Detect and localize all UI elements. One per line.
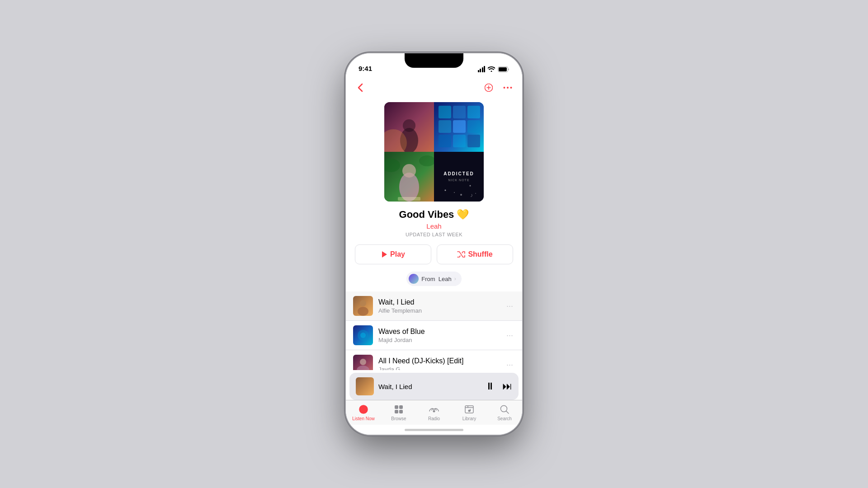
tab-bar: Listen Now Browse [346,400,522,425]
status-icons [478,66,510,72]
shuffle-button[interactable]: Shuffle [437,244,513,264]
svg-point-29 [445,190,446,191]
playlist-updated: UPDATED LAST WEEK [355,232,513,237]
track-name: All I Need (DJ-Kicks) [Edit] [378,357,499,365]
play-label: Play [390,250,405,258]
svg-rect-52 [465,406,473,413]
artwork-cell-1 [384,102,434,152]
svg-rect-17 [439,135,451,147]
track-thumbnail [353,296,373,316]
top-actions [481,80,515,95]
pause-button[interactable]: ⏸ [485,380,495,392]
back-button[interactable] [353,80,368,95]
tab-listen-now[interactable]: Listen Now [346,404,381,425]
home-bar [405,429,463,431]
track-item[interactable]: Wait, I Lied Alfie Templeman ··· [346,291,522,321]
track-info: All I Need (DJ-Kicks) [Edit] Jayda G [378,357,499,371]
track-artist: Majid Jordan [378,337,499,343]
content-area[interactable]: ADDICTED NICK NOTE ♪ [346,76,522,370]
library-icon [463,404,476,415]
track-thumbnail [353,325,373,345]
track-more-button[interactable]: ··· [505,300,515,313]
svg-point-37 [358,307,368,316]
svg-rect-11 [439,106,451,118]
add-button[interactable] [481,80,496,95]
svg-text:NICK NOTE: NICK NOTE [448,178,469,182]
playlist-info: Good Vibes 💛 Leah UPDATED LAST WEEK [346,209,522,244]
top-nav [346,76,522,99]
track-thumbnail [353,355,373,370]
svg-rect-50 [399,410,403,413]
mini-player-controls: ⏸ ⏭ [485,380,512,392]
tab-library[interactable]: Library [452,404,487,425]
play-button[interactable]: Play [355,244,431,264]
more-button[interactable] [500,80,515,95]
svg-rect-47 [395,405,398,409]
svg-rect-14 [439,120,451,133]
playlist-author[interactable]: Leah [355,222,513,230]
phone-frame: 9:41 [346,53,522,435]
search-icon [498,404,511,415]
svg-rect-49 [395,410,398,413]
svg-point-32 [475,193,476,194]
svg-point-51 [433,410,435,413]
from-author-name: Leah [439,276,452,282]
artwork-cell-3 [384,152,434,202]
svg-point-3 [504,87,505,89]
play-controls: Play Shuffle [346,244,522,272]
tab-search[interactable]: Search [487,404,522,425]
playlist-artwork: ADDICTED NICK NOTE ♪ [384,102,484,202]
mini-player-thumbnail [356,377,374,395]
svg-text:♪: ♪ [470,192,473,198]
svg-rect-26 [434,152,484,202]
svg-point-22 [402,164,416,178]
svg-point-4 [507,87,509,89]
svg-point-30 [454,192,455,193]
svg-point-31 [470,185,471,187]
track-item[interactable]: Waves of Blue Majid Jordan ··· [346,321,522,350]
track-more-button[interactable]: ··· [505,358,515,371]
svg-point-45 [362,408,365,411]
svg-point-42 [360,359,366,365]
svg-rect-15 [453,120,466,133]
tab-radio[interactable]: Radio [416,404,452,425]
svg-rect-19 [467,135,480,147]
artwork-container: ADDICTED NICK NOTE ♪ [346,99,522,209]
author-avatar [409,274,419,284]
from-label: From [421,276,435,282]
notch [405,53,463,68]
status-bar: 9:41 [346,53,522,76]
artwork-cell-2 [434,102,484,152]
track-info: Wait, I Lied Alfie Templeman [378,298,499,314]
artwork-cell-4: ADDICTED NICK NOTE ♪ [434,152,484,202]
home-indicator [346,425,522,435]
track-item[interactable]: All I Need (DJ-Kicks) [Edit] Jayda G ··· [346,350,522,370]
track-more-button[interactable]: ··· [505,329,515,342]
svg-point-46 [363,406,364,407]
tab-browse[interactable]: Browse [381,404,416,425]
svg-rect-1 [499,67,507,71]
svg-point-40 [360,333,366,338]
from-author-section: From Leah › [346,272,522,291]
track-artist: Jayda G [378,366,499,371]
shuffle-label: Shuffle [468,250,492,258]
tab-search-label: Search [497,416,512,421]
tab-library-label: Library [462,416,476,421]
svg-rect-18 [453,135,466,147]
tab-listen-now-label: Listen Now [352,416,374,421]
signal-bars [478,66,486,72]
from-author-chip[interactable]: From Leah › [406,272,462,286]
track-list: Wait, I Lied Alfie Templeman ··· [346,291,522,370]
track-info: Waves of Blue Majid Jordan [378,328,499,343]
tab-browse-label: Browse [391,416,406,421]
mini-player[interactable]: Wait, I Lied ⏸ ⏭ [349,373,519,400]
svg-point-33 [460,194,462,196]
forward-button[interactable]: ⏭ [502,380,512,392]
svg-rect-12 [453,106,466,118]
screen: 9:41 [346,53,522,435]
browse-icon [392,404,405,415]
battery-icon [498,66,509,72]
svg-point-43 [357,366,369,370]
svg-point-36 [360,300,366,306]
svg-rect-16 [467,120,480,133]
